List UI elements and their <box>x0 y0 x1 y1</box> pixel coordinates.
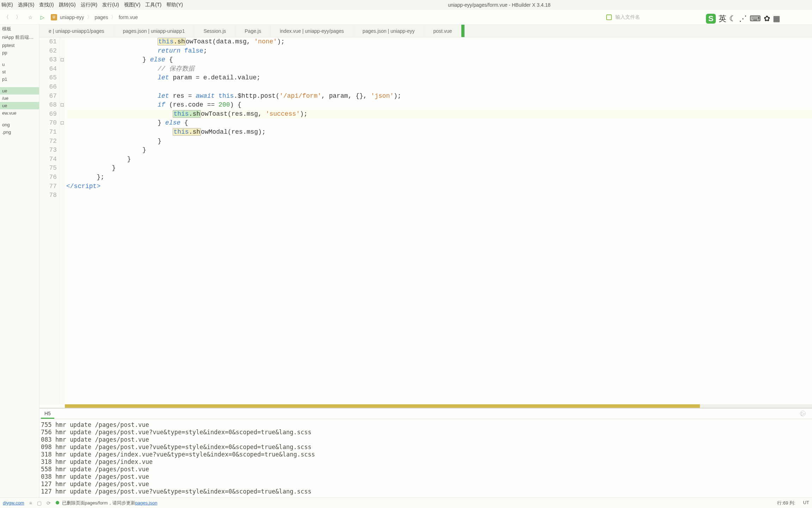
code-content[interactable]: this.showToast(data.msg, 'none'); return… <box>65 37 812 404</box>
moon-icon[interactable]: ☾ <box>729 14 736 23</box>
code-line[interactable]: </script> <box>66 182 812 191</box>
code-line[interactable]: // 保存数据 <box>66 65 812 74</box>
window-title: uniapp-eyy/pages/form.vue - HBuilder X 3… <box>188 2 811 8</box>
status-msg-text: 已删除页面pages/form，请同步更新 <box>62 500 135 506</box>
sidebar-item[interactable]: pptest <box>0 42 39 49</box>
console-line: 083 hmr update /pages/post.vue <box>41 436 811 443</box>
play-icon[interactable]: ▷ <box>39 14 46 21</box>
code-line[interactable]: } <box>66 146 812 155</box>
editor-tab[interactable]: index.vue | uniapp-eyy/pages <box>271 25 353 37</box>
code-line[interactable]: return false; <box>66 47 812 56</box>
code-line[interactable]: if (res.code == 200) { <box>66 101 812 110</box>
filename-search[interactable]: 输入文件名 <box>606 14 640 20</box>
editor-tab[interactable]: Session.js <box>194 25 235 37</box>
tab-overflow-indicator[interactable] <box>461 25 465 37</box>
code-line[interactable] <box>66 191 812 200</box>
sidebar-item[interactable]: niApp 前后端开... <box>0 33 39 42</box>
code-line[interactable]: let param = e.detail.value; <box>66 73 812 83</box>
ime-lang-label[interactable]: 英 <box>719 13 726 24</box>
sidebar-item[interactable]: /ue <box>0 95 39 102</box>
code-line[interactable]: this.showToast(data.msg, 'none'); <box>66 37 812 47</box>
sogou-ime-icon[interactable]: S <box>706 14 716 24</box>
horizontal-scrollbar[interactable] <box>65 404 812 408</box>
menu-run[interactable]: 运行(R) <box>81 2 97 8</box>
crumb-folder[interactable]: pages <box>95 14 108 20</box>
code-line[interactable]: let res = await this.$http.post('/api/fo… <box>66 92 812 101</box>
menu-select[interactable]: 选择(S) <box>18 2 35 8</box>
sync-icon[interactable]: ⟳ <box>47 500 51 506</box>
code-line[interactable]: this.showModal(res.msg); <box>66 128 812 137</box>
sidebar-item[interactable]: pp <box>0 49 39 56</box>
chevron-right-icon: 〉 <box>111 14 116 20</box>
status-bar: diygw.com ≡ ▢ ⟳ 已删除页面pages/form，请同步更新pag… <box>0 497 812 508</box>
editor-tab[interactable]: Page.js <box>235 25 271 37</box>
filename-search-placeholder: 输入文件名 <box>615 14 640 20</box>
line-gutter: 616263646566676869707172737475767778 <box>39 37 60 404</box>
back-icon[interactable]: 〈 <box>3 14 10 21</box>
menu-find[interactable]: 查找(I) <box>39 2 54 8</box>
code-line[interactable]: } <box>66 137 812 146</box>
fold-toggle[interactable]: - <box>61 103 64 107</box>
console-line: 318 hmr update /pages/index.vue <box>41 458 811 466</box>
fold-toggle[interactable]: - <box>61 58 64 61</box>
code-line[interactable]: } else { <box>66 119 812 128</box>
editor-tab[interactable]: pages.json | uniapp-eyy <box>353 25 424 37</box>
menu-help[interactable]: 帮助(Y) <box>166 2 183 8</box>
code-editor[interactable]: 616263646566676869707172737475767778 ---… <box>39 37 812 404</box>
editor-tab[interactable]: post.vue <box>424 25 461 37</box>
status-pagesjson-link[interactable]: pages.json <box>135 500 158 506</box>
sidebar-item[interactable]: .png <box>0 128 39 136</box>
console-line: 318 hmr update /pages/index.vue?vue&type… <box>41 451 811 458</box>
menu-publish[interactable]: 发行(U) <box>102 2 119 8</box>
sidebar-item[interactable]: st <box>0 68 39 75</box>
sidebar-item[interactable]: ew.vue <box>0 109 39 117</box>
menu-edit[interactable]: 辑(E) <box>1 2 13 8</box>
menu-tools[interactable]: 工具(T) <box>145 2 161 8</box>
editor-tab[interactable]: pages.json | uniapp-uniapp1 <box>114 25 195 37</box>
menu-goto[interactable]: 跳转(G) <box>59 2 76 8</box>
cursor-position: 行:69 列: <box>777 500 795 506</box>
console-stop-icon[interactable]: ▷ <box>800 411 806 416</box>
new-file-icon <box>606 14 612 20</box>
fold-toggle[interactable]: - <box>61 121 64 125</box>
keyboard-icon[interactable]: ⌨ <box>750 14 761 23</box>
editor-tab[interactable]: e | uniapp-uniapp1/pages <box>39 25 114 37</box>
sidebar-item[interactable]: u <box>0 61 39 68</box>
code-line[interactable]: this.showToast(res.msg, 'success'); <box>66 110 812 119</box>
status-dot-icon <box>56 501 59 504</box>
code-line[interactable]: }; <box>66 173 812 182</box>
sidebar-item[interactable]: ong <box>0 121 39 128</box>
console-tab-h5[interactable]: H5 <box>41 409 54 419</box>
list-icon[interactable]: ≡ <box>29 500 32 506</box>
fold-column[interactable]: --- <box>60 37 65 404</box>
scrollbar-thumb[interactable] <box>65 404 700 408</box>
console-line: 558 hmr update /pages/post.vue <box>41 466 811 473</box>
console-output[interactable]: 755 hmr update /pages/post.vue756 hmr up… <box>39 419 812 497</box>
sidebar-item[interactable]: p1 <box>0 75 39 83</box>
terminal-icon[interactable]: ▢ <box>37 500 42 506</box>
gear-icon[interactable]: ✿ <box>764 14 770 23</box>
console-tabstrip: H5 ▷ <box>39 409 812 419</box>
dots-icon[interactable]: ⋰ <box>739 14 747 23</box>
crumb-file[interactable]: form.vue <box>119 14 138 20</box>
forward-icon[interactable]: 〉 <box>15 14 22 21</box>
encoding-label[interactable]: UT <box>803 500 809 506</box>
project-sidebar[interactable]: 模板niApp 前后端开...pptestppustp1ue/ueueew.vu… <box>0 25 39 497</box>
sidebar-item[interactable]: ue <box>0 102 39 109</box>
grid-icon[interactable]: ▦ <box>773 14 780 23</box>
star-icon[interactable]: ☆ <box>27 14 34 21</box>
chevron-right-icon: 〉 <box>87 14 92 20</box>
system-tray: S 英 ☾ ⋰ ⌨ ✿ ▦ <box>706 13 780 24</box>
code-line[interactable]: } <box>66 164 812 173</box>
code-line[interactable] <box>66 83 812 92</box>
code-line[interactable]: } else { <box>66 55 812 65</box>
code-line[interactable]: } <box>66 155 812 164</box>
menu-view[interactable]: 视图(V) <box>124 2 141 8</box>
crumb-project[interactable]: uniapp-eyy <box>60 14 84 20</box>
editor-tabs: e | uniapp-uniapp1/pagespages.json | uni… <box>39 25 812 37</box>
sidebar-item[interactable]: ue <box>0 87 39 95</box>
sidebar-item[interactable]: 模板 <box>0 25 39 33</box>
console-line: 127 hmr update /pages/post.vue <box>41 480 811 488</box>
status-site-link[interactable]: diygw.com <box>3 500 24 506</box>
console-line: 098 hmr update /pages/post.vue?vue&type=… <box>41 443 811 451</box>
